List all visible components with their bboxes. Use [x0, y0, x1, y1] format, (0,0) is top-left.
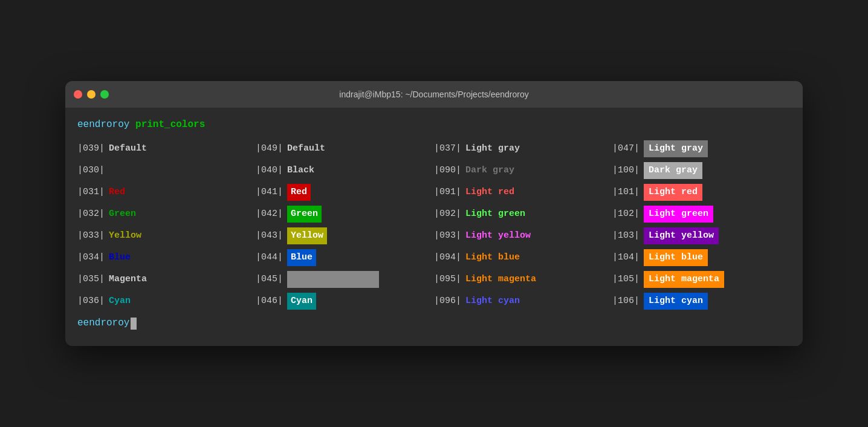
code-092: |092| — [434, 207, 465, 221]
code-105: |105| — [612, 272, 644, 287]
label-bgdarkgray-100: Dark gray — [644, 162, 702, 179]
label-default-039: Default — [109, 142, 147, 156]
code-103: |103| — [612, 229, 644, 243]
table-row: |032| Green — [77, 203, 256, 225]
code-041: |041| — [256, 185, 287, 200]
label-bgred-041: Red — [287, 184, 311, 201]
table-row: |095| Light magenta — [434, 269, 612, 290]
code-033: |033| — [77, 229, 109, 243]
table-row: |044| Blue — [256, 247, 434, 269]
table-row: |041| Red — [256, 181, 434, 203]
label-bglightyellow-103: Light yellow — [644, 227, 719, 244]
code-090: |090| — [434, 163, 465, 178]
code-101: |101| — [612, 185, 644, 200]
table-row: |090| Dark gray — [434, 160, 612, 181]
code-040: |040| — [256, 163, 287, 178]
table-row: |100| Dark gray — [612, 160, 791, 181]
terminal-body[interactable]: eendroroy print_colors |039| Default |03… — [65, 108, 803, 345]
label-bglightcyan-106: Light cyan — [644, 293, 708, 310]
table-row: |040| Black — [256, 160, 434, 181]
label-lightblue-094: Light blue — [465, 250, 520, 265]
code-095: |095| — [434, 272, 465, 287]
code-044: |044| — [256, 250, 287, 265]
label-bglightblue-104: Light blue — [644, 249, 708, 266]
table-row: |033| Yellow — [77, 225, 256, 247]
code-045: |045| — [256, 272, 287, 287]
table-row: |047| Light gray — [612, 138, 791, 160]
prompt-username: eendroroy — [77, 119, 129, 130]
table-row: |096| Light cyan — [434, 290, 612, 312]
table-row: |093| Light yellow — [434, 225, 612, 247]
label-bglightgreen-102: Light green — [644, 206, 713, 223]
table-row: |039| Default — [77, 138, 256, 160]
col-2: |049| Default |040| Black |041| Red |042… — [256, 138, 434, 312]
prompt-command: print_colors — [135, 119, 205, 130]
label-black-040: Black — [287, 163, 314, 178]
code-043: |043| — [256, 229, 287, 243]
table-row: |101| Light red — [612, 181, 791, 203]
label-blue-034: Blue — [109, 250, 131, 265]
label-bgblue-044: Blue — [287, 249, 316, 266]
close-button[interactable] — [74, 90, 82, 99]
cursor — [131, 318, 137, 330]
code-046: |046| — [256, 294, 287, 308]
table-row: |045| — [256, 269, 434, 290]
code-102: |102| — [612, 207, 644, 221]
table-row: |104| Light blue — [612, 247, 791, 269]
table-row: |030| — [77, 160, 256, 181]
prompt-username-2: eendroroy — [77, 316, 129, 331]
label-bgmagenta-045 — [287, 271, 379, 288]
code-091: |091| — [434, 185, 465, 200]
code-031: |031| — [77, 185, 109, 200]
window-title: indrajit@iMbp15: ~/Documents/Projects/ee… — [339, 90, 528, 99]
label-bglightgray-047: Light gray — [644, 140, 708, 157]
label-bgcyan-046: Cyan — [287, 293, 316, 310]
table-row: |035| Magenta — [77, 269, 256, 290]
color-table: |039| Default |030| |031| Red |032| Gree… — [77, 138, 791, 312]
table-row: |043| Yellow — [256, 225, 434, 247]
col-3: |037| Light gray |090| Dark gray |091| L… — [434, 138, 612, 312]
table-row: |037| Light gray — [434, 138, 612, 160]
table-row: |103| Light yellow — [612, 225, 791, 247]
code-100: |100| — [612, 163, 644, 178]
code-030: |030| — [77, 163, 109, 178]
label-yellow-033: Yellow — [109, 229, 141, 243]
terminal-window: indrajit@iMbp15: ~/Documents/Projects/ee… — [65, 81, 803, 345]
code-042: |042| — [256, 207, 287, 221]
col-4: |047| Light gray |100| Dark gray |101| L… — [612, 138, 791, 312]
code-037: |037| — [434, 142, 465, 156]
label-bglightred-101: Light red — [644, 184, 702, 201]
code-093: |093| — [434, 229, 465, 243]
label-red-031: Red — [109, 185, 125, 200]
col-1: |039| Default |030| |031| Red |032| Gree… — [77, 138, 256, 312]
table-row: |036| Cyan — [77, 290, 256, 312]
label-darkgray-090: Dark gray — [465, 163, 514, 178]
code-034: |034| — [77, 250, 109, 265]
code-035: |035| — [77, 272, 109, 287]
prompt-line: eendroroy print_colors — [77, 117, 791, 133]
table-row: |092| Light green — [434, 203, 612, 225]
label-green-032: Green — [109, 207, 136, 221]
label-lightyellow-093: Light yellow — [465, 229, 531, 243]
maximize-button[interactable] — [100, 90, 109, 99]
code-047: |047| — [612, 142, 644, 156]
table-row: |102| Light green — [612, 203, 791, 225]
code-106: |106| — [612, 294, 644, 308]
label-bgyellow-043: Yellow — [287, 227, 327, 244]
prompt-line-2: eendroroy — [77, 316, 791, 331]
titlebar: indrajit@iMbp15: ~/Documents/Projects/ee… — [65, 81, 803, 108]
table-row: |049| Default — [256, 138, 434, 160]
label-lightred-091: Light red — [465, 185, 514, 200]
code-094: |094| — [434, 250, 465, 265]
table-row: |105| Light magenta — [612, 269, 791, 290]
code-036: |036| — [77, 294, 109, 308]
label-lightgray-037: Light gray — [465, 142, 520, 156]
table-row: |091| Light red — [434, 181, 612, 203]
code-032: |032| — [77, 207, 109, 221]
label-cyan-036: Cyan — [109, 294, 131, 308]
code-039: |039| — [77, 142, 109, 156]
table-row: |031| Red — [77, 181, 256, 203]
minimize-button[interactable] — [87, 90, 96, 99]
label-lightcyan-096: Light cyan — [465, 294, 520, 308]
label-lightmagenta-095: Light magenta — [465, 272, 536, 287]
